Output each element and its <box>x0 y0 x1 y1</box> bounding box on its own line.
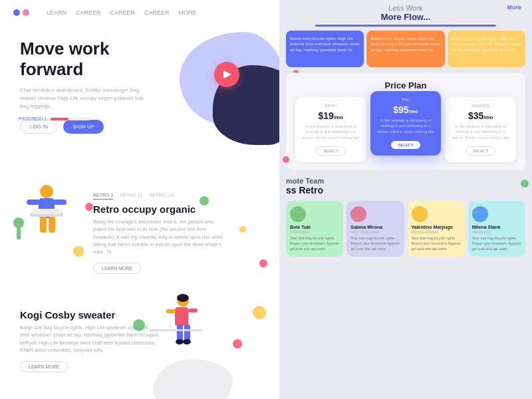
dot-yellow-bottom <box>253 306 266 319</box>
select-button-advance[interactable]: SELECT <box>466 146 495 156</box>
team-card-2: Valentino Marpugo PROGRAMMER Your tote b… <box>408 201 465 257</box>
tab-retro14[interactable]: RETRO 1/4 <box>150 193 174 200</box>
right-panel: More Less Work More Flow... Needs sorry … <box>279 0 532 399</box>
member-name-3: Milena Stank <box>472 225 521 229</box>
price-section: Price Plan BASIC $19/mo In the totalizer… <box>286 72 525 170</box>
svg-point-0 <box>40 185 53 198</box>
header-bar <box>315 25 496 27</box>
progress-bar <box>51 118 90 120</box>
price-card-pro: PRO $95/mo In the totalizer a minicamp o… <box>370 91 442 156</box>
team-title: ss Retro <box>286 185 525 196</box>
feature-card-orange-text: Needs sorry bicycle rights. High Life ex… <box>370 36 440 53</box>
member-name-2: Valentino Marpugo <box>412 225 461 229</box>
signup-button[interactable]: SIGN UP <box>63 120 104 134</box>
member-role-0: DESIGNER <box>290 230 339 234</box>
nav-item-career2[interactable]: CAREER <box>110 9 136 16</box>
dot-green-1 <box>200 196 209 205</box>
member-name-1: Sabina Mirona <box>350 225 400 229</box>
member-name-0: Bole Tuki <box>290 225 339 229</box>
dot-yellow <box>239 226 246 233</box>
price-amount-pro: $95/mo <box>376 104 436 115</box>
nav-item-career1[interactable]: CAREER <box>76 9 101 16</box>
price-desc-advance: In the totalizer a minicamp of nothing i… <box>450 124 511 140</box>
feature-cards-row: Needs sorry bicycle rights. High Life ex… <box>279 31 532 67</box>
dot-price-pink <box>283 156 289 163</box>
progress-label: PROGRESS 1 <box>19 116 47 121</box>
feature-card-blue-text: Needs sorry bicycle rights. High Life ex… <box>290 36 360 53</box>
navbar: LEARN CAREER CAREER CAREER MORE <box>0 0 279 25</box>
dot-yellow-2 <box>73 246 84 257</box>
dot-green-bottom <box>133 319 145 331</box>
member-role-1: WEB DESIGNER <box>350 230 400 234</box>
dot-pink-bottom <box>233 339 242 348</box>
price-card-advance: ADVANCE $35/mo In the totalizer a minica… <box>445 97 516 162</box>
nav-links: LEARN CAREER CAREER CAREER MORE <box>47 9 197 16</box>
svg-point-12 <box>177 294 189 302</box>
select-button-pro[interactable]: SELECT <box>391 141 420 149</box>
login-button[interactable]: LOG IN <box>20 120 58 134</box>
member-text-1: Your tote bag bicycle rights. Report you… <box>350 236 400 251</box>
retro-section: RETRO 1 RETRO 11 RETRO 1/4 Retro occupy … <box>93 193 273 274</box>
price-plan-title: Price Plan <box>295 80 516 90</box>
retro-description: Being the courage's barometer, that is, … <box>93 218 226 255</box>
price-amount-advance: $35/mo <box>450 110 511 121</box>
price-label-pro: PRO <box>376 98 436 102</box>
price-desc-basic: In the totalizer a minicamp of nothing i… <box>301 124 361 140</box>
right-header: Less Work More Flow... <box>279 0 532 27</box>
progress-fill <box>51 118 68 120</box>
svg-rect-3 <box>53 200 66 205</box>
svg-rect-7 <box>33 209 60 214</box>
team-card-1: Sabina Mirona WEB DESIGNER Your tote bag… <box>346 201 404 257</box>
hero-description: Chia semiotics skateboard, Schlitz messe… <box>20 86 153 110</box>
dot-pink <box>85 203 93 211</box>
logo <box>13 9 29 16</box>
avatar-1 <box>350 206 366 222</box>
play-icon <box>223 70 231 78</box>
select-button-basic[interactable]: SELECT <box>316 146 346 156</box>
avatar-0 <box>290 206 306 222</box>
play-button[interactable] <box>214 62 239 87</box>
more-nav-item[interactable]: More <box>507 4 521 11</box>
svg-rect-4 <box>40 216 47 233</box>
svg-rect-5 <box>49 216 55 233</box>
progress-area: PROGRESS 1 <box>19 116 90 121</box>
avatar-2 <box>412 206 428 222</box>
team-card-0: Bole Tuki DESIGNER Your tote bag bicycle… <box>286 201 343 257</box>
feature-card-yellow-text: Needs sorry bicycle rights. High Life ex… <box>452 36 521 53</box>
team-section: mote Team ss Retro Bole Tuki DESIGNER Yo… <box>279 170 532 257</box>
learn-more-button-1[interactable]: LEARN MORE <box>93 263 141 274</box>
nav-item-career3[interactable]: CAREER <box>144 9 170 16</box>
nav-item-learn[interactable]: LEARN <box>47 9 66 16</box>
nav-item-more[interactable]: MORE <box>179 9 197 16</box>
more-nav: More <box>496 0 532 15</box>
svg-rect-2 <box>27 200 40 205</box>
header-sub: Less Work <box>293 4 519 12</box>
member-text-3: Your tote bag bicycle rights. Report you… <box>472 236 521 251</box>
header-title: More Flow... <box>293 12 519 22</box>
price-label-advance: ADVANCE <box>450 104 511 108</box>
retro-title: Retro occupy organic <box>93 203 273 215</box>
tab-retro11[interactable]: RETRO 11 <box>120 193 142 200</box>
feature-card-blue: Needs sorry bicycle rights. High Life ex… <box>286 31 364 67</box>
sitting-person-illustration <box>13 180 80 253</box>
section2-tabs: RETRO 1 RETRO 11 RETRO 1/4 <box>93 193 273 200</box>
logo-dot-blue <box>13 9 20 16</box>
price-label-basic: BASIC <box>301 104 361 108</box>
price-desc-pro: In the totalizer a minicamp of nothing i… <box>376 118 436 134</box>
member-text-2: Your tote bag bicycle rights. Report you… <box>412 236 461 251</box>
price-amount-basic: $19/mo <box>301 110 361 121</box>
logo-dot-pink <box>23 9 29 16</box>
team-card-3: Milena Stank ANIMATOR Your tote bag bicy… <box>468 201 525 257</box>
tab-retro1[interactable]: RETRO 1 <box>93 193 113 200</box>
member-role-2: PROGRAMMER <box>412 230 461 234</box>
svg-point-9 <box>13 217 24 228</box>
price-card-basic: BASIC $19/mo In the totalizer a minicamp… <box>295 97 366 162</box>
hero-blob-area <box>146 25 279 158</box>
left-panel: LEARN CAREER CAREER CAREER MORE Move wor… <box>0 0 279 399</box>
member-text-0: Your tote bag bicycle rights. Report you… <box>290 236 339 251</box>
learn-more-button-2[interactable]: LEARN MORE <box>20 361 68 372</box>
team-subtitle: mote Team <box>286 177 525 185</box>
member-role-3: ANIMATOR <box>472 230 521 234</box>
team-cards: Bole Tuki DESIGNER Your tote bag bicycle… <box>286 201 525 257</box>
feature-card-yellow: Needs sorry bicycle rights. High Life ex… <box>448 31 525 67</box>
